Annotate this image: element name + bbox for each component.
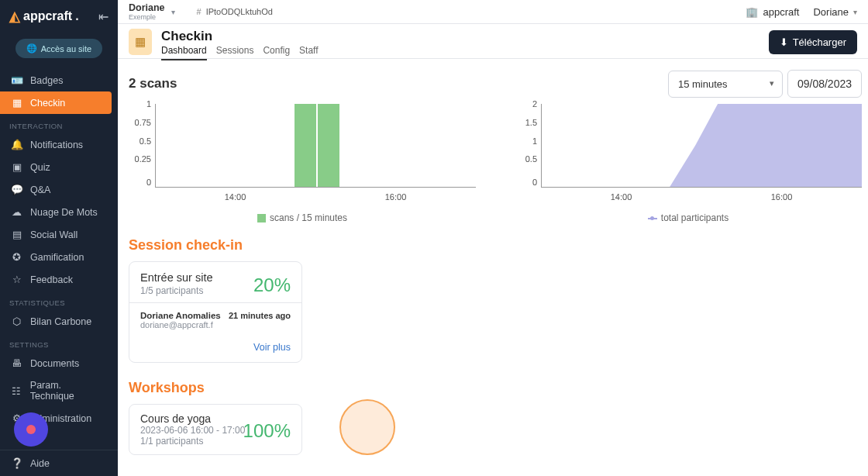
- chevron-down-icon: ▾: [853, 8, 857, 16]
- section-settings: SETTINGS: [0, 333, 118, 352]
- nav-label: Nuage De Mots: [30, 207, 98, 218]
- ytick: 0.75: [129, 118, 151, 127]
- account-sub: Exemple: [129, 13, 165, 21]
- anomaly-name: Doriane Anomalies: [140, 311, 221, 320]
- cloud-icon: ☁: [11, 206, 22, 218]
- download-icon: ⬇: [780, 36, 788, 48]
- topbar: Doriane Exemple ▾ # IPtoODQLktuhOd 🏢 app…: [118, 0, 868, 24]
- workshop-percentage: 100%: [243, 420, 291, 442]
- qr-icon: ▦: [11, 97, 22, 109]
- xtick: 14:00: [225, 192, 246, 202]
- session-card[interactable]: Entrée sur site 1/5 participants 20% Dor…: [129, 261, 302, 363]
- nav-label: Documents: [30, 358, 79, 369]
- chevron-down-icon[interactable]: ▾: [171, 8, 175, 16]
- bar: [318, 104, 339, 187]
- workshops-section-title: Workshops: [129, 380, 862, 396]
- ytick: 0.5: [515, 154, 537, 164]
- logo-icon: ◭: [9, 8, 20, 25]
- nav-label: Notifications: [30, 140, 83, 150]
- tab-config[interactable]: Config: [263, 45, 290, 60]
- event-id-text: IPtoODQLktuhOd: [206, 7, 273, 16]
- legend-line-icon: [648, 218, 657, 219]
- nav-label: Gamification: [30, 252, 84, 263]
- legend-label: total participants: [661, 212, 728, 223]
- sidebar-item-checkin[interactable]: ▦ Checkin: [0, 91, 112, 114]
- star-icon: ☆: [11, 274, 22, 285]
- sidebar-item-bilan[interactable]: ⬡Bilan Carbone: [0, 310, 118, 333]
- sidebar-item-qa[interactable]: 💬Q&A: [0, 178, 118, 201]
- date-input[interactable]: 09/08/2023: [787, 70, 862, 98]
- highlight-circle: [339, 399, 395, 455]
- voir-plus-link[interactable]: Voir plus: [140, 342, 291, 353]
- user-menu[interactable]: Doriane ▾: [813, 6, 857, 18]
- sidebar-item-badges[interactable]: 🪪 Badges: [0, 69, 118, 91]
- ytick: 0: [515, 178, 537, 187]
- sidebar-item-social[interactable]: ▤Social Wall: [0, 223, 118, 246]
- badge-icon: 🪪: [11, 74, 22, 86]
- bell-icon: 🔔: [11, 139, 22, 150]
- tabs: Dashboard Sessions Config Staff: [161, 45, 319, 60]
- record-button[interactable]: [14, 412, 48, 447]
- checkin-page-icon: ▦: [129, 29, 152, 55]
- download-button[interactable]: ⬇ Télécharger: [769, 30, 857, 54]
- ytick: 0: [129, 178, 151, 187]
- anomaly-email: doriane@appcraft.f: [140, 320, 221, 329]
- ytick: 2: [515, 99, 537, 109]
- nav-label: Param. Technique: [30, 380, 107, 402]
- sidebar-item-notifications[interactable]: 🔔Notifications: [0, 133, 118, 156]
- site-access-button[interactable]: 🌐 Accès au site: [16, 39, 102, 58]
- ytick: 0.25: [129, 154, 151, 164]
- nav-label: Bilan Carbone: [30, 316, 91, 327]
- sidebar-item-quiz[interactable]: ▣Quiz: [0, 156, 118, 178]
- xtick: 16:00: [385, 192, 407, 202]
- ytick: 0.5: [129, 136, 151, 146]
- workshop-card[interactable]: Cours de yoga 2023-06-06 16:00 - 17:00 1…: [129, 404, 302, 455]
- download-label: Télécharger: [793, 36, 846, 48]
- anomaly-time: 21 minutes ago: [229, 311, 291, 329]
- app-logo[interactable]: ◭ appcraft.: [9, 8, 79, 25]
- sidebar: ◭ appcraft. ⇤ 🌐 Accès au site 🪪 Badges ▦…: [0, 0, 118, 476]
- bar-legend: scans / 15 minutes: [129, 212, 476, 223]
- user-name-text: Doriane: [813, 6, 849, 18]
- area-legend: total participants: [515, 212, 862, 223]
- tab-sessions[interactable]: Sessions: [216, 45, 254, 60]
- quiz-icon: ▣: [11, 161, 22, 173]
- collapse-icon[interactable]: ⇤: [98, 9, 108, 24]
- business-link[interactable]: 🏢 appcraft: [746, 6, 799, 18]
- xtick: 14:00: [611, 192, 632, 202]
- business-name-text: appcraft: [763, 6, 799, 18]
- xtick: 16:00: [771, 192, 793, 202]
- logo-text: appcraft: [23, 9, 72, 23]
- total-chart: 21.510.50 14:0016:00 total participants: [515, 104, 862, 223]
- interval-select[interactable]: 15 minutes: [668, 71, 783, 98]
- nav-label: Quiz: [30, 162, 50, 173]
- sidebar-item-nuage[interactable]: ☁Nuage De Mots: [0, 201, 118, 223]
- section-interaction: INTERACTION: [0, 114, 118, 133]
- tab-dashboard[interactable]: Dashboard: [161, 45, 207, 60]
- account-selector[interactable]: Doriane Exemple: [129, 2, 165, 21]
- sidebar-item-gamification[interactable]: ✪Gamification: [0, 246, 118, 268]
- nav-label: Social Wall: [30, 229, 78, 240]
- sidebar-item-help[interactable]: ❔Aide: [0, 450, 118, 476]
- card-percentage: 20%: [253, 274, 291, 296]
- chat-icon: 💬: [11, 184, 22, 195]
- nav-label: Badges: [30, 75, 63, 86]
- nav-label: Feedback: [30, 274, 73, 285]
- tab-staff[interactable]: Staff: [299, 45, 318, 60]
- account-name: Doriane: [129, 2, 165, 13]
- sidebar-item-feedback[interactable]: ☆Feedback: [0, 268, 118, 291]
- site-access-label: Accès au site: [41, 44, 91, 53]
- event-id[interactable]: # IPtoODQLktuhOd: [197, 7, 273, 16]
- scans-chart: 10.750.50.250 14:0016:00 scans / 15 minu…: [129, 104, 476, 223]
- sidebar-item-param[interactable]: ☷Param. Technique: [0, 374, 118, 407]
- page-header: ▦ Checkin Dashboard Sessions Config Staf…: [118, 24, 868, 59]
- date-value: 09/08/2023: [797, 78, 852, 90]
- record-dot-icon: [26, 425, 36, 434]
- interval-value: 15 minutes: [678, 78, 728, 90]
- sidebar-item-documents[interactable]: 🖶Documents: [0, 352, 118, 374]
- legend-label: scans / 15 minutes: [270, 212, 347, 223]
- ytick: 1.5: [515, 118, 537, 127]
- print-icon: 🖶: [11, 357, 22, 369]
- nav-label: Q&A: [30, 185, 50, 195]
- ytick: 1: [515, 136, 537, 146]
